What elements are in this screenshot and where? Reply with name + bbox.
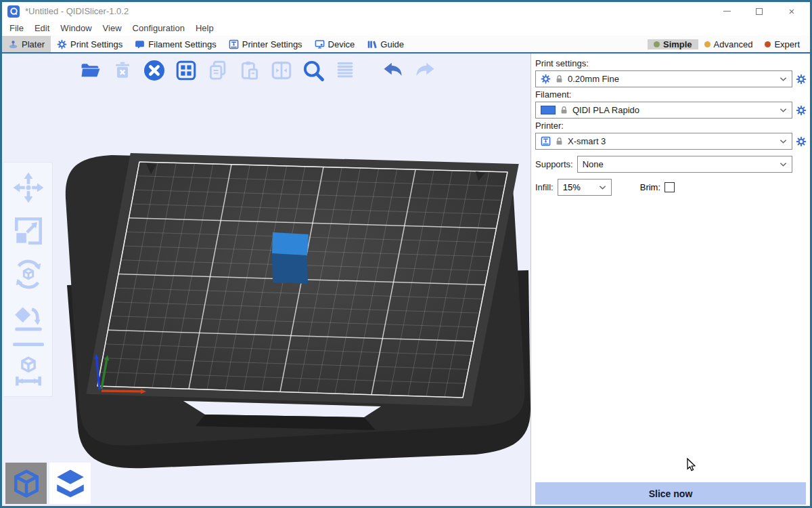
copy-button[interactable] [205, 58, 231, 83]
window-title: *Untitled - QIDISlicer-1.0.2 [25, 6, 722, 16]
tools-divider [13, 343, 44, 346]
tab-filament-settings[interactable]: Filament Settings [129, 36, 222, 52]
supports-combo[interactable]: None [577, 156, 792, 173]
slice-now-button[interactable]: Slice now [535, 482, 806, 505]
gear-icon [541, 74, 551, 84]
plater-icon [8, 39, 18, 49]
close-button[interactable]: × [787, 7, 796, 16]
scale-icon [12, 214, 45, 248]
delete-all-icon [142, 58, 166, 83]
supports-label: Supports: [535, 159, 573, 169]
rotate-icon [12, 257, 45, 291]
chevron-down-icon [780, 77, 787, 82]
brim-label: Brim: [640, 182, 660, 192]
printer-gear-button[interactable] [792, 136, 810, 147]
layer-lines-icon [334, 59, 357, 82]
menu-item-help[interactable]: Help [190, 23, 219, 33]
place-on-face-tool-button[interactable] [10, 299, 47, 336]
menu-item-view[interactable]: View [97, 23, 127, 33]
arrange-icon [175, 59, 198, 82]
lock-icon [555, 137, 564, 146]
open-folder-icon [79, 59, 102, 82]
tab-print-settings[interactable]: Print Settings [51, 36, 129, 52]
tab-bar: Plater Print Settings Filament Settings … [2, 36, 810, 54]
tab-guide[interactable]: Guide [361, 36, 410, 52]
brim-checkbox[interactable] [664, 182, 675, 192]
simple-dot-icon [654, 41, 660, 47]
infill-label: Infill: [535, 182, 554, 192]
chevron-down-icon [780, 139, 787, 144]
supports-value: None [583, 159, 604, 169]
menu-item-window[interactable]: Window [55, 23, 97, 33]
move-tool-button[interactable] [10, 169, 47, 206]
variable-layer-height-button[interactable] [332, 58, 358, 83]
arrange-button[interactable] [173, 58, 199, 83]
tab-printer-settings[interactable]: Printer Settings [223, 36, 309, 52]
mode-simple[interactable]: Simple [648, 39, 698, 49]
mode-expert[interactable]: Expert [759, 39, 806, 49]
cube-3d-icon [11, 468, 42, 499]
device-icon [315, 39, 325, 49]
mode-switcher: Simple Advanced Expert [648, 39, 810, 49]
delete-all-button[interactable] [141, 58, 167, 83]
infill-combo[interactable]: 15% [558, 179, 612, 196]
tab-label: Plater [22, 39, 45, 49]
editor-view-button[interactable] [5, 463, 47, 504]
tab-label: Device [328, 39, 355, 49]
tab-device[interactable]: Device [309, 36, 361, 52]
filament-combo[interactable]: QIDI PLA Rapido [535, 102, 792, 119]
app-logo-icon [7, 5, 20, 18]
split-objects-icon [270, 59, 293, 82]
mode-advanced[interactable]: Advanced [698, 39, 759, 49]
filament-gear-button[interactable] [792, 105, 810, 116]
lock-icon [560, 106, 568, 114]
app-window: *Untitled - QIDISlicer-1.0.2 × File Edit… [0, 0, 812, 508]
paste-icon [238, 59, 261, 82]
mode-label: Simple [663, 39, 692, 49]
measure-tool-button[interactable] [10, 353, 47, 389]
redo-button[interactable] [412, 58, 438, 83]
open-button[interactable] [78, 58, 104, 83]
printer-combo[interactable]: X-smart 3 [535, 133, 792, 150]
filament-label: Filament: [535, 89, 810, 100]
advanced-dot-icon [704, 41, 710, 47]
printer-label: Printer: [535, 121, 810, 131]
menu-item-edit[interactable]: Edit [29, 23, 55, 33]
tab-label: Printer Settings [242, 39, 302, 49]
search-icon [301, 58, 325, 83]
maximize-button[interactable] [754, 7, 764, 16]
plater-toolbar [78, 58, 438, 83]
model-object[interactable] [272, 232, 309, 284]
split-to-objects-button[interactable] [269, 58, 294, 83]
filament-value: QIDI PLA Rapido [572, 105, 639, 115]
print-settings-gear-button[interactable] [792, 74, 810, 85]
rotate-tool-button[interactable] [10, 256, 47, 293]
mode-label: Expert [774, 39, 800, 49]
paste-button[interactable] [237, 58, 263, 83]
tab-label: Filament Settings [148, 39, 216, 49]
print-settings-combo[interactable]: 0.20mm Fine [535, 70, 792, 87]
gear-icon [796, 105, 807, 116]
chevron-down-icon [599, 185, 606, 190]
title-bar: *Untitled - QIDISlicer-1.0.2 × [2, 2, 810, 20]
menu-item-configuration[interactable]: Configuration [127, 23, 190, 33]
viewport-3d[interactable] [2, 54, 531, 506]
undo-button[interactable] [380, 58, 406, 83]
menu-bar: File Edit Window View Configuration Help [2, 20, 810, 36]
move-icon [12, 171, 45, 205]
filament-color-swatch [541, 106, 556, 114]
measure-icon [12, 354, 45, 388]
redo-icon [413, 58, 437, 83]
build-plate-scene[interactable] [2, 54, 531, 506]
preview-view-button[interactable] [49, 463, 91, 504]
gear-icon [57, 39, 67, 49]
scale-tool-button[interactable] [10, 213, 47, 249]
minimize-button[interactable] [722, 7, 731, 16]
tab-plater[interactable]: Plater [2, 36, 51, 52]
lock-icon [555, 75, 564, 83]
search-button[interactable] [300, 58, 326, 83]
view-toggle [5, 463, 91, 504]
layers-icon [53, 467, 87, 501]
menu-item-file[interactable]: File [4, 23, 29, 33]
delete-button[interactable] [110, 58, 135, 83]
